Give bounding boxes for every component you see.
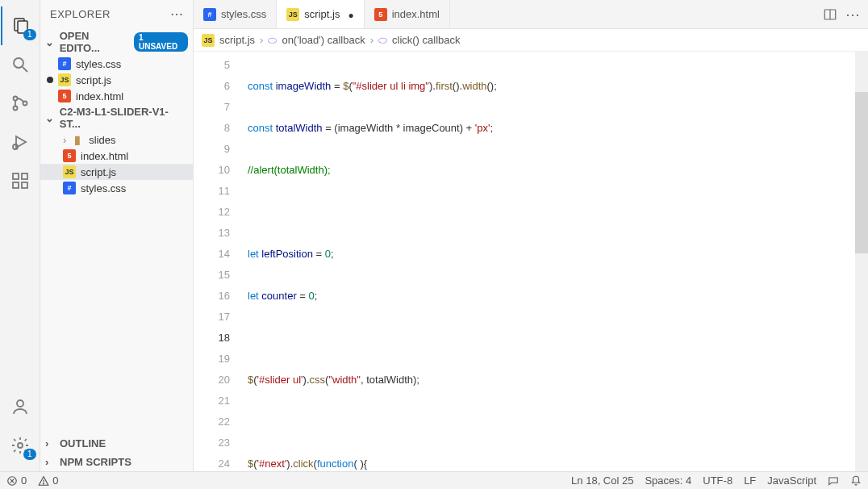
file-label: styles.css: [76, 58, 121, 70]
account-icon[interactable]: [1, 387, 40, 426]
file-item[interactable]: JS script.js: [40, 164, 193, 180]
activity-bar: 1 1: [0, 0, 40, 471]
open-editor-item[interactable]: # styles.css: [40, 56, 193, 72]
line-number[interactable]: 5: [194, 55, 230, 76]
npm-scripts-section[interactable]: › NPM SCRIPTS: [40, 453, 193, 471]
source-control-icon[interactable]: [1, 84, 40, 123]
extensions-icon[interactable]: [1, 161, 40, 200]
svg-point-5: [13, 107, 17, 111]
eol-status[interactable]: LF: [744, 474, 756, 487]
editor-tab[interactable]: JS script.js: [277, 0, 364, 28]
file-item[interactable]: # styles.css: [40, 180, 193, 196]
error-icon: [6, 475, 18, 487]
unsaved-badge: 1 UNSAVED: [134, 32, 188, 52]
code-editor[interactable]: const imageWidth = $("#slider ul li img"…: [238, 52, 855, 471]
chevron-down-icon: ⌄: [45, 36, 56, 48]
line-number[interactable]: 11: [194, 181, 230, 202]
problems-warnings[interactable]: 0: [38, 474, 58, 487]
line-number[interactable]: 24: [194, 453, 230, 471]
open-editor-item[interactable]: 5 index.html: [40, 88, 193, 104]
line-number[interactable]: 22: [194, 412, 230, 433]
split-editor-icon[interactable]: [823, 7, 837, 22]
svg-point-12: [17, 400, 23, 407]
dirty-indicator-icon: [47, 77, 53, 83]
line-number[interactable]: 19: [194, 349, 230, 370]
js-file-icon: JS: [286, 8, 299, 21]
svg-point-7: [13, 144, 18, 149]
tab-label: styles.css: [221, 8, 266, 20]
run-debug-icon[interactable]: [1, 123, 40, 161]
cursor-position[interactable]: Ln 18, Col 25: [571, 474, 633, 487]
file-label: script.js: [76, 74, 111, 86]
editor-tabs: # styles.css JS script.js 5 index.html ⋯: [194, 0, 868, 29]
folder-item[interactable]: › ▮ slides: [40, 132, 193, 148]
feedback-icon[interactable]: [828, 475, 839, 487]
line-number[interactable]: 13: [194, 223, 230, 244]
tab-label: index.html: [392, 8, 440, 20]
settings-badge: 1: [23, 449, 36, 460]
method-icon: ⬭: [268, 34, 277, 47]
html-file-icon: 5: [63, 149, 76, 162]
warning-icon: [38, 475, 49, 487]
line-number[interactable]: 9: [194, 139, 230, 160]
breadcrumb-symbol: click() callback: [392, 34, 461, 46]
line-gutter[interactable]: 56789101112131415161718192021222324: [194, 52, 238, 471]
file-label: index.html: [76, 90, 123, 102]
project-section[interactable]: ⌄ C2-M3-L1-SLIDER-V1-ST...: [40, 104, 193, 132]
svg-point-2: [14, 58, 23, 68]
problems-errors[interactable]: 0: [6, 474, 27, 487]
outline-section[interactable]: › OUTLINE: [40, 434, 193, 453]
editor-tab[interactable]: # styles.css: [194, 0, 277, 28]
svg-rect-10: [13, 182, 19, 188]
explorer-badge: 1: [23, 29, 36, 40]
breadcrumbs[interactable]: JS script.js › ⬭ on('load') callback › ⬭…: [194, 29, 868, 52]
file-label: styles.css: [81, 182, 126, 194]
file-item[interactable]: 5 index.html: [40, 148, 193, 164]
project-label: C2-M3-L1-SLIDER-V1-ST...: [60, 106, 188, 130]
status-bar: 0 0 Ln 18, Col 25 Spaces: 4 UTF-8 LF Jav…: [0, 471, 868, 489]
line-number[interactable]: 15: [194, 265, 230, 286]
open-editors-section[interactable]: ⌄ OPEN EDITO... 1 UNSAVED: [40, 28, 193, 56]
line-number[interactable]: 23: [194, 433, 230, 453]
js-file-icon: JS: [58, 73, 71, 86]
explorer-more-icon[interactable]: ⋯: [170, 6, 184, 22]
notifications-icon[interactable]: [850, 475, 862, 487]
tab-label: script.js: [304, 8, 340, 20]
svg-rect-8: [13, 173, 19, 179]
breadcrumb-symbol: on('load') callback: [282, 34, 365, 46]
encoding-status[interactable]: UTF-8: [703, 474, 732, 487]
svg-rect-11: [22, 182, 27, 188]
line-number[interactable]: 10: [194, 160, 230, 181]
open-editor-item[interactable]: JS script.js: [40, 72, 193, 88]
line-number[interactable]: 7: [194, 97, 230, 118]
svg-point-13: [18, 443, 23, 448]
css-file-icon: #: [58, 57, 71, 70]
explorer-icon[interactable]: 1: [1, 6, 40, 45]
file-label: index.html: [81, 150, 128, 162]
editor-tab[interactable]: 5 index.html: [365, 0, 450, 28]
line-number[interactable]: 8: [194, 118, 230, 139]
line-number[interactable]: 12: [194, 202, 230, 223]
line-number[interactable]: 6: [194, 76, 230, 97]
js-file-icon: JS: [202, 34, 215, 47]
svg-line-3: [23, 67, 27, 72]
file-label: script.js: [81, 166, 116, 178]
line-number[interactable]: 16: [194, 286, 230, 307]
tab-more-icon[interactable]: ⋯: [845, 6, 860, 23]
chevron-right-icon: ›: [63, 134, 66, 146]
line-number[interactable]: 17: [194, 307, 230, 328]
outline-label: OUTLINE: [60, 437, 106, 449]
line-number[interactable]: 20: [194, 370, 230, 391]
line-number[interactable]: 18: [194, 328, 230, 349]
search-icon[interactable]: [1, 45, 40, 84]
settings-icon[interactable]: 1: [1, 426, 40, 465]
css-file-icon: #: [63, 182, 76, 194]
open-editors-label: OPEN EDITO...: [60, 30, 131, 54]
minimap-scrollbar[interactable]: [855, 52, 868, 471]
language-mode[interactable]: JavaScript: [767, 474, 816, 487]
line-number[interactable]: 21: [194, 391, 230, 412]
indentation-status[interactable]: Spaces: 4: [645, 474, 691, 487]
minimap-thumb[interactable]: [855, 92, 868, 253]
chevron-right-icon: ›: [260, 34, 263, 46]
line-number[interactable]: 14: [194, 244, 230, 265]
